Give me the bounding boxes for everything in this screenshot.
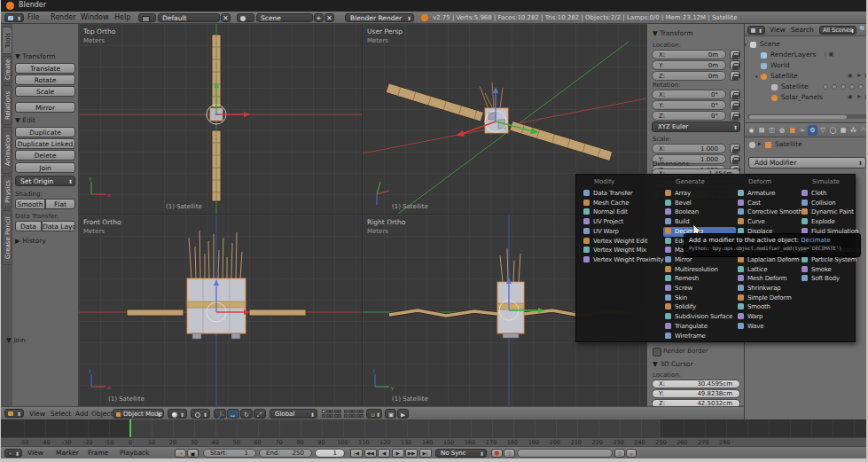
transform-npanel-header[interactable]: ▼ Transform: [653, 29, 692, 37]
join-redo-panel-header[interactable]: ▼ Join: [6, 336, 26, 344]
start-frame-field[interactable]: Start:1: [203, 449, 256, 458]
join-button[interactable]: Join: [15, 162, 75, 173]
editor-type-button-info[interactable]: ⬍: [4, 13, 24, 22]
mode-select[interactable]: Object Mode⬍: [113, 409, 164, 419]
editor-type-button-3dview[interactable]: ⬍: [4, 409, 24, 418]
shading-smooth-button[interactable]: Smooth: [15, 199, 45, 209]
outliner-row-solar_panels[interactable]: Solar_Panels◉➤▣: [745, 92, 868, 103]
lock-icon-button[interactable]: [730, 100, 740, 110]
npanel-field-rotation-x[interactable]: X:0°: [652, 90, 726, 99]
layer-toggle[interactable]: [352, 410, 356, 413]
keying-set-icon-button[interactable]: ⚿: [504, 449, 515, 458]
menu-item-skin[interactable]: Skin: [663, 294, 736, 303]
outliner-row-satellite[interactable]: Satellite: [745, 82, 868, 92]
menu-item-solidify[interactable]: Solidify: [663, 302, 736, 312]
shading-flat-button[interactable]: Flat: [45, 199, 75, 209]
cursor-field-x[interactable]: X:30.4595cm: [652, 380, 740, 388]
topbar-menu-render[interactable]: Render: [51, 12, 75, 24]
prev-keyframe-button[interactable]: ◀◀: [364, 449, 377, 458]
layer-toggle[interactable]: [330, 410, 333, 413]
tool-shelf-tab-tools[interactable]: Tools: [2, 27, 12, 54]
tool-shelf-tab-grease-pencil[interactable]: Grease Pencil: [2, 210, 12, 265]
cursor-field-y[interactable]: Y:49.8238cm: [652, 389, 740, 398]
layer-grid[interactable]: [322, 410, 363, 418]
current-frame-field[interactable]: 1: [315, 449, 345, 458]
lock-icon-button[interactable]: [730, 50, 740, 59]
eye-icon[interactable]: ◉: [848, 93, 853, 100]
add-modifier-dropdown[interactable]: Add Modifier⬍: [748, 157, 866, 168]
layer-toggle[interactable]: [326, 410, 330, 413]
layer-toggle[interactable]: [348, 414, 352, 418]
properties-tab-constraints[interactable]: ∞: [798, 125, 808, 136]
rotate-button[interactable]: Rotate: [15, 74, 75, 85]
topbar-menu-file[interactable]: File: [27, 12, 39, 24]
menu-item-armature[interactable]: Armature: [736, 189, 800, 199]
menu-item-screw[interactable]: Screw: [663, 284, 736, 294]
render-engine-select[interactable]: Blender Render⬍: [345, 13, 414, 22]
keying-set-field[interactable]: [517, 449, 613, 458]
layer-toggle[interactable]: [352, 414, 356, 418]
npanel-field-location-y[interactable]: Y:0m: [652, 60, 726, 70]
pivot-center-select[interactable]: ⬍: [191, 409, 210, 419]
auto-keyframe-button[interactable]: ●: [491, 449, 503, 458]
layout-close-button[interactable]: ✕: [221, 13, 231, 22]
tool-shelf-tab-animation[interactable]: Animation: [2, 127, 12, 174]
layer-toggle[interactable]: [334, 410, 338, 413]
scale-button[interactable]: Scale: [15, 86, 75, 97]
lock-icon-button[interactable]: [730, 154, 740, 164]
properties-tab-world[interactable]: ◍: [778, 125, 787, 136]
menu-item-simple-deform[interactable]: Simple Deform: [736, 294, 800, 303]
rotate-manipulator-button[interactable]: ↻: [240, 409, 253, 419]
layer-toggle[interactable]: [356, 410, 360, 413]
menu-item-triangulate[interactable]: Triangulate: [663, 322, 736, 332]
layer-toggle[interactable]: [344, 410, 348, 413]
lock-icon-button[interactable]: [730, 60, 740, 70]
menu-item-explode[interactable]: Explode: [800, 217, 851, 227]
timeline-menu-playback[interactable]: Playback: [120, 447, 149, 459]
search-icon[interactable]: 🔍: [859, 26, 867, 33]
menu-item-wave[interactable]: Wave: [736, 322, 800, 332]
menu-item-subdivision-surface[interactable]: Subdivision Surface: [663, 312, 736, 322]
cursor-select-icon[interactable]: ➤: [856, 72, 861, 79]
translate-manipulator-button[interactable]: ↔: [227, 409, 239, 419]
outliner-scrollbar-track[interactable]: [747, 114, 867, 119]
menu-item-dynamic-paint[interactable]: Dynamic Paint: [800, 208, 851, 217]
menu-item-normal-edit[interactable]: Normal Edit: [582, 208, 663, 217]
properties-tab-texture[interactable]: ▦: [839, 125, 848, 136]
end-frame-field[interactable]: End:250: [259, 449, 312, 458]
mirror-button[interactable]: Mirror: [15, 102, 75, 113]
layer-toggle[interactable]: [326, 414, 330, 418]
menu-item-uv-warp[interactable]: UV Warp: [582, 227, 663, 237]
expand-icon[interactable]: ▾: [745, 42, 747, 47]
play-button[interactable]: ▶: [392, 449, 404, 458]
layer-toggle[interactable]: [348, 410, 352, 413]
layer-toggle[interactable]: [330, 414, 333, 418]
topbar-menu-window[interactable]: Window: [81, 12, 109, 24]
menu-item-array[interactable]: Array: [663, 189, 736, 199]
timeline-menu-frame[interactable]: Frame: [88, 447, 108, 459]
edit-panel-header[interactable]: ▼ Edit: [15, 116, 35, 124]
npanel-field-location-x[interactable]: X:0m: [652, 50, 726, 59]
menu-item-vertex-weight-mix[interactable]: Vertex Weight Mix: [582, 246, 663, 255]
rotation-mode-dropdown[interactable]: XYZ Euler⬍: [652, 121, 740, 132]
scene-add-button[interactable]: +: [314, 13, 324, 22]
viewport-divider-horizontal[interactable]: [79, 214, 646, 215]
properties-tab-object[interactable]: ■: [787, 125, 797, 136]
lock-icon-button[interactable]: [730, 71, 740, 81]
topbar-menu-help[interactable]: Help: [114, 12, 130, 24]
editor-type-button-outliner[interactable]: ⬍: [747, 26, 765, 35]
layer-toggle[interactable]: [344, 414, 348, 418]
npanel-field-rotation-z[interactable]: Z:0°: [652, 111, 726, 121]
viewport-shading-select[interactable]: ⬍: [168, 409, 187, 419]
scene-select[interactable]: Scene: [256, 13, 313, 22]
view3d-menu-select[interactable]: Select: [51, 407, 71, 420]
tool-shelf-tab-physics[interactable]: Physics: [2, 176, 12, 208]
lock-icon-button[interactable]: [730, 90, 740, 99]
scale-manipulator-button[interactable]: ⤢: [254, 409, 266, 419]
jump-to-end-button[interactable]: ▶|: [419, 449, 432, 458]
timeline-ruler[interactable]: -50-40-30-20-100102030405060708090100110…: [1, 437, 868, 446]
tool-shelf-tab-create[interactable]: Create: [2, 56, 12, 83]
outliner-row-scene[interactable]: ▾Scene: [745, 39, 868, 50]
menu-item-warp[interactable]: Warp: [736, 312, 800, 322]
jump-to-start-button[interactable]: |◀: [350, 449, 363, 458]
